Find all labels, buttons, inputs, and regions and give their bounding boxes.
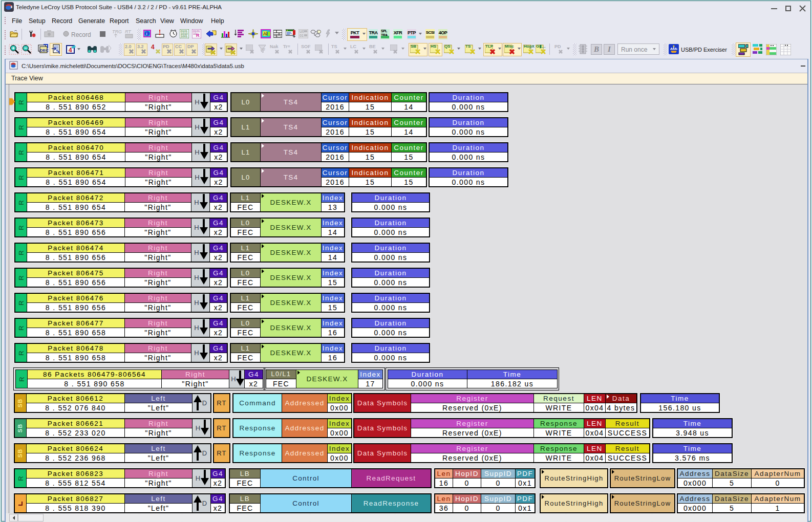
svg-text:RT: RT	[125, 29, 132, 34]
svg-text:R: R	[196, 33, 200, 38]
svg-text:Xf: Xf	[262, 48, 265, 51]
svg-text:DEC: DEC	[40, 48, 49, 53]
svg-text:4: 4	[69, 47, 72, 54]
svg-text:U0: U0	[300, 30, 304, 33]
svg-text:1001: 1001	[181, 35, 188, 38]
svg-text:TRG: TRG	[112, 29, 122, 34]
svg-text:i: i	[146, 31, 147, 36]
svg-text:01: 01	[300, 34, 304, 37]
